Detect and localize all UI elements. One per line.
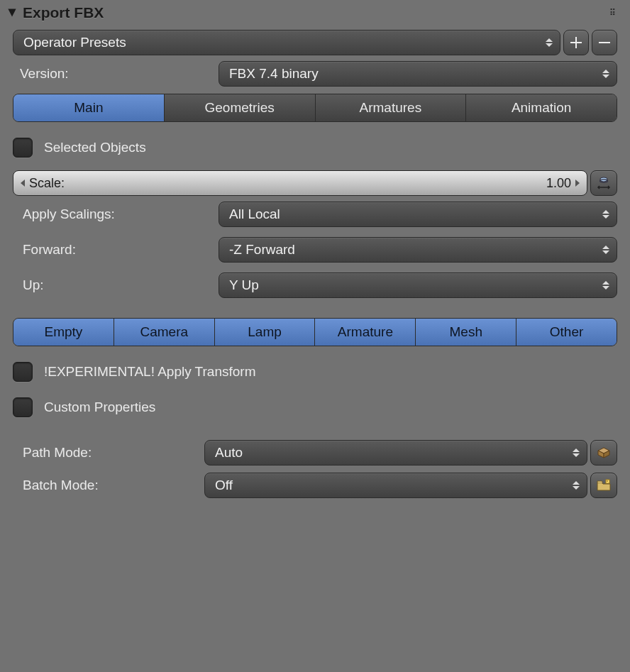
apply-scalings-dropdown[interactable]: All Local: [219, 202, 617, 227]
type-mesh[interactable]: Mesh: [416, 319, 516, 346]
section-tabs: Main Geometries Armatures Animation: [13, 94, 617, 122]
type-lamp[interactable]: Lamp: [215, 319, 316, 346]
custom-properties-label: Custom Properties: [44, 400, 155, 415]
scale-label: Scale:: [29, 176, 65, 191]
preset-add-button[interactable]: [563, 30, 589, 55]
increment-icon[interactable]: [571, 171, 584, 195]
drag-handle-icon[interactable]: ⠿: [609, 8, 617, 18]
disclosure-triangle-icon[interactable]: [7, 4, 17, 21]
operator-presets-dropdown[interactable]: Operator Presets: [13, 30, 560, 55]
version-label: Version:: [13, 61, 219, 87]
chevron-updown-icon: [543, 31, 556, 55]
forward-value: -Z Forward: [229, 242, 295, 258]
chevron-updown-icon: [570, 473, 582, 497]
type-camera[interactable]: Camera: [114, 319, 215, 346]
custom-properties-checkbox[interactable]: [13, 397, 33, 417]
up-dropdown[interactable]: Y Up: [219, 272, 617, 298]
type-empty[interactable]: Empty: [13, 319, 114, 346]
decrement-icon[interactable]: [16, 171, 29, 195]
tab-animation[interactable]: Animation: [466, 94, 617, 121]
panel-title: Export FBX: [23, 4, 104, 21]
export-fbx-panel: Export FBX ⠿ Operator Presets Version:: [0, 0, 630, 672]
apply-transform-label: !EXPERIMENTAL! Apply Transform: [44, 364, 255, 380]
object-types-toggle: Empty Camera Lamp Armature Mesh Other: [13, 318, 617, 346]
selected-objects-label: Selected Objects: [44, 140, 146, 155]
batch-own-dir-button[interactable]: [590, 473, 617, 498]
path-mode-label: Path Mode:: [13, 440, 204, 466]
path-mode-value: Auto: [215, 445, 243, 461]
batch-mode-label: Batch Mode:: [13, 473, 204, 498]
chevron-updown-icon: [570, 441, 582, 465]
chevron-updown-icon: [599, 202, 612, 226]
batch-mode-value: Off: [215, 478, 233, 493]
embed-textures-button[interactable]: [590, 440, 617, 466]
scale-value: 1.00: [546, 176, 571, 191]
version-value: FBX 7.4 binary: [229, 66, 319, 82]
path-mode-dropdown[interactable]: Auto: [204, 440, 587, 466]
type-armature[interactable]: Armature: [315, 319, 416, 346]
batch-mode-dropdown[interactable]: Off: [204, 473, 587, 498]
chevron-updown-icon: [599, 62, 612, 86]
forward-label: Forward:: [13, 237, 219, 263]
preset-remove-button[interactable]: [592, 30, 617, 55]
up-label: Up:: [13, 272, 219, 298]
apply-scalings-label: Apply Scalings:: [13, 202, 219, 227]
tab-geometries[interactable]: Geometries: [165, 94, 316, 121]
chevron-updown-icon: [599, 273, 612, 297]
panel-body: Operator Presets Version: FBX 7.4 binary: [0, 26, 630, 511]
operator-presets-label: Operator Presets: [23, 35, 126, 50]
scale-input[interactable]: Scale: 1.00: [13, 170, 587, 196]
tab-main[interactable]: Main: [13, 94, 165, 121]
up-value: Y Up: [229, 277, 259, 293]
version-dropdown[interactable]: FBX 7.4 binary: [219, 61, 617, 87]
apply-unit-scale-button[interactable]: [590, 170, 617, 196]
forward-dropdown[interactable]: -Z Forward: [219, 237, 617, 263]
panel-header[interactable]: Export FBX ⠿: [0, 0, 630, 26]
type-other[interactable]: Other: [516, 319, 617, 346]
selected-objects-checkbox[interactable]: [13, 138, 33, 158]
apply-transform-checkbox[interactable]: [13, 362, 33, 382]
tab-armatures[interactable]: Armatures: [316, 94, 467, 121]
chevron-updown-icon: [599, 238, 612, 262]
apply-scalings-value: All Local: [229, 206, 280, 222]
